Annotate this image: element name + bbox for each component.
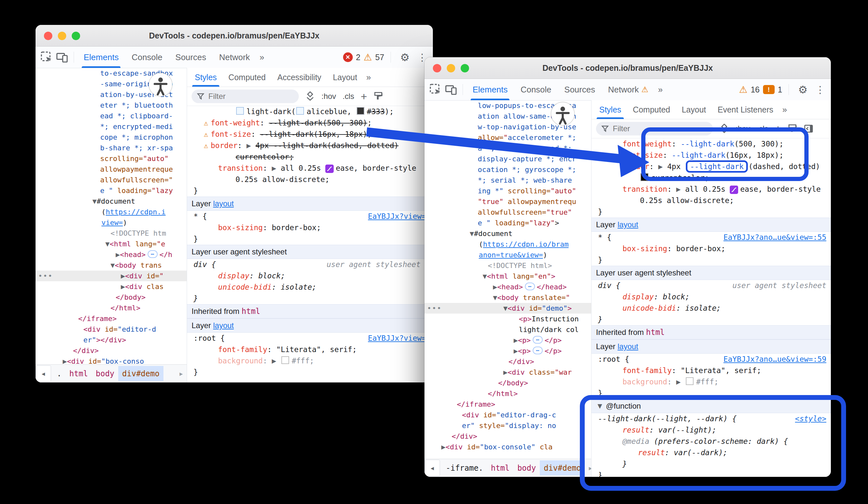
dom-tree-row[interactable]: ▼<body trans bbox=[35, 260, 187, 271]
style-section-header[interactable]: Layer user agent stylesheet bbox=[187, 245, 433, 259]
new-style-rule-icon[interactable]: + bbox=[361, 91, 367, 102]
style-rule-row[interactable]: background: ▶ #fff; bbox=[187, 355, 433, 366]
style-rule-row[interactable]: light-dark(aliceblue, #333); bbox=[187, 106, 433, 117]
style-rule-row[interactable]: :root {EaYBJJx?view= bbox=[187, 333, 433, 344]
dom-tree-row[interactable]: e " loading="lazy"> bbox=[424, 218, 591, 228]
style-rule-row[interactable]: } bbox=[591, 387, 831, 399]
style-rule-row[interactable]: } bbox=[591, 254, 831, 266]
more-sidebar-tabs-icon[interactable]: » bbox=[363, 72, 374, 82]
breadcrumb-scroll-right-button[interactable]: ▶ bbox=[176, 371, 187, 377]
more-actions-gutter-icon[interactable]: ••• bbox=[427, 303, 442, 314]
dom-tree-row[interactable]: b-share *; xr-spa bbox=[35, 143, 187, 153]
device-toolbar-icon[interactable] bbox=[444, 82, 458, 97]
style-section-header[interactable]: Layer layout bbox=[187, 319, 433, 333]
style-rule-row[interactable]: ⚠border: ▶ 4px --light-dark(dashed, dott… bbox=[187, 140, 433, 151]
dom-tree-row[interactable]: "true" allowpaymentrequ bbox=[424, 196, 591, 207]
tab-console[interactable]: Console bbox=[514, 79, 558, 100]
dom-tree-row[interactable]: ▶<div clas bbox=[35, 281, 187, 292]
dom-tree-row[interactable]: </body> bbox=[35, 292, 187, 303]
dom-tree-row[interactable]: ▼<html lang="en"> bbox=[424, 271, 591, 282]
toggle-hover-state[interactable]: :hov bbox=[735, 124, 750, 133]
dom-tree-row[interactable]: </iframe> bbox=[35, 313, 187, 324]
dom-tree-row[interactable]: *; encrypted-medi bbox=[35, 121, 187, 132]
dom-tree-row[interactable]: ▶<head>⋯</h bbox=[35, 249, 187, 260]
settings-gear-icon[interactable]: ⚙ bbox=[795, 83, 810, 96]
style-rule-row[interactable]: font-size: --light-dark(16px, 18px); bbox=[591, 150, 831, 161]
style-source-link[interactable]: EaYBJJx?view= bbox=[368, 333, 426, 344]
styles-filter-input[interactable] bbox=[612, 124, 708, 133]
breadcrumb-item[interactable]: body bbox=[92, 366, 118, 381]
tab-network[interactable]: Network⚠ bbox=[601, 79, 655, 100]
settings-gear-icon[interactable]: ⚙ bbox=[397, 51, 412, 64]
style-rule-row[interactable]: * {EaYBJJx?ano…ue&view=:55 bbox=[591, 232, 831, 243]
titlebar[interactable]: DevTools - codepen.io/bramus/pen/EaYBJJx bbox=[35, 25, 433, 47]
rendering-emulation-icon[interactable] bbox=[787, 124, 797, 133]
style-rule-row[interactable]: div {user agent stylesheet bbox=[187, 259, 433, 270]
sidebar-tab-accessibility[interactable]: Accessibility bbox=[271, 68, 327, 87]
dom-tree-row[interactable]: allowpaymentreque bbox=[35, 164, 187, 174]
more-tabs-icon[interactable]: » bbox=[655, 85, 666, 95]
dom-tree-row[interactable]: allow="accelerometer *; bbox=[424, 132, 591, 143]
dom-tree-row[interactable]: allowfullscreen=" bbox=[35, 174, 187, 185]
dom-tree-row[interactable]: scrolling="auto" bbox=[35, 153, 187, 164]
style-source-link[interactable]: user agent stylesheet bbox=[327, 259, 421, 270]
style-source-link[interactable]: EaYBJJx?ano…ue&view=:55 bbox=[724, 232, 827, 243]
element-states-icon[interactable] bbox=[305, 91, 315, 101]
style-rule-row[interactable]: * {EaYBJJx?view= bbox=[187, 211, 433, 222]
style-rule-row[interactable]: --light-dark(--light, --dark) {<style> bbox=[591, 413, 831, 424]
toggle-hover-state[interactable]: :hov bbox=[321, 92, 336, 101]
tab-elements[interactable]: Elements bbox=[77, 47, 125, 68]
tab-console[interactable]: Console bbox=[125, 47, 169, 68]
breadcrumb-item[interactable]: div#demo bbox=[118, 366, 164, 381]
dom-tree-row[interactable]: </html> bbox=[424, 388, 591, 399]
dom-tree-row[interactable]: e " loading="lazy bbox=[35, 185, 187, 196]
dom-tree-row[interactable]: *; serial *; web-share bbox=[424, 175, 591, 185]
dom-tree-row[interactable]: </iframe> bbox=[424, 399, 591, 410]
style-rule-row[interactable]: } bbox=[187, 233, 433, 245]
dom-tree-row[interactable]: ead *; clipboard- bbox=[35, 111, 187, 121]
style-rule-row[interactable]: border: ▶ 4px --light-dark(dashed, dotte… bbox=[591, 161, 831, 172]
dom-tree-row[interactable]: •••▼<div id="demo"> bbox=[424, 303, 591, 314]
style-rule-row[interactable]: display: block; bbox=[187, 270, 433, 282]
dom-tree-row[interactable]: <div id="editor-drag-c bbox=[424, 410, 591, 420]
dom-tree-row[interactable]: ▼<body translate=" bbox=[424, 292, 591, 303]
dom-tree-row[interactable]: view=) bbox=[35, 217, 187, 228]
kebab-menu-icon[interactable]: ⋮ bbox=[814, 84, 827, 95]
style-source-link[interactable]: EaYBJJx?ano…ue&view=:59 bbox=[724, 354, 827, 365]
dom-tree-row[interactable]: <!DOCTYPE htm bbox=[35, 228, 187, 239]
dom-tree-row[interactable]: ▶<head>⋯</head> bbox=[424, 282, 591, 292]
minimize-window-button[interactable] bbox=[447, 64, 455, 72]
style-rule-row[interactable]: box-sizing: border-box; bbox=[591, 243, 831, 254]
style-source-link[interactable]: <style> bbox=[795, 413, 826, 424]
style-rule-row[interactable]: display: block; bbox=[591, 291, 831, 303]
more-sidebar-tabs-icon[interactable]: » bbox=[779, 105, 790, 115]
style-rule-row[interactable]: 0.25s allow-discrete; bbox=[591, 195, 831, 206]
style-rule-row[interactable]: div {user agent stylesheet bbox=[591, 280, 831, 291]
style-rule-row[interactable]: } bbox=[591, 458, 831, 470]
dom-tree-row[interactable]: <p>Instruction bbox=[424, 314, 591, 324]
style-source-link[interactable]: EaYBJJx?view= bbox=[368, 211, 426, 222]
breadcrumb-scroll-right-button[interactable]: ▶ bbox=[585, 465, 591, 471]
tab-sources[interactable]: Sources bbox=[169, 47, 213, 68]
style-section-header[interactable]: Inherited from html bbox=[187, 304, 433, 319]
style-rule-row[interactable]: 0.25s allow-discrete; bbox=[187, 174, 433, 185]
dom-tree-row[interactable]: ▼#document bbox=[424, 228, 591, 239]
zoom-window-button[interactable] bbox=[72, 32, 80, 40]
element-states-icon[interactable] bbox=[720, 124, 729, 133]
breadcrumb-scroll-left-button[interactable]: ◀ bbox=[424, 460, 440, 476]
sidebar-tab-computed[interactable]: Computed bbox=[223, 68, 271, 87]
dom-tree-row[interactable]: </body> bbox=[424, 377, 591, 388]
dom-tree-row[interactable]: ▶<p>⋯</p> bbox=[424, 345, 591, 356]
dom-tree-row[interactable]: ocation *; gyroscope *; bbox=[424, 164, 591, 175]
dom-tree-row[interactable]: </html> bbox=[35, 303, 187, 313]
error-badge-icon[interactable]: ✕ bbox=[343, 52, 353, 62]
breadcrumb-scroll-left-button[interactable]: ◀ bbox=[35, 365, 51, 382]
styles-filter-input[interactable] bbox=[208, 91, 294, 101]
sidebar-tab-layout[interactable]: Layout bbox=[327, 68, 363, 87]
dom-tree-row[interactable]: cope *; microphon bbox=[35, 132, 187, 143]
breadcrumb-item[interactable]: html bbox=[487, 460, 514, 475]
tab-elements[interactable]: Elements bbox=[466, 79, 514, 100]
breadcrumb-item[interactable]: . bbox=[53, 366, 65, 381]
dom-tree-row[interactable]: ▼<html lang="e bbox=[35, 239, 187, 249]
breadcrumb-item[interactable]: div#demo bbox=[540, 460, 585, 475]
